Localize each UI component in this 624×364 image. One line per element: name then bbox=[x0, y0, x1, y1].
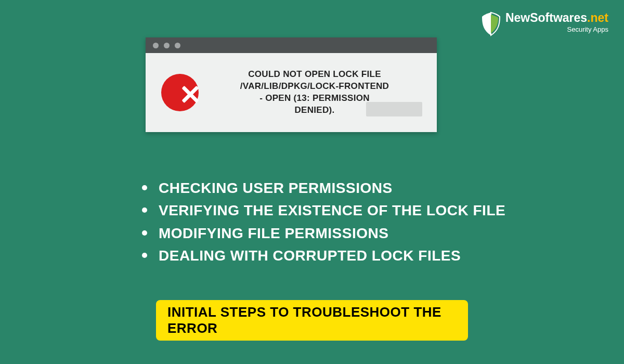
dialog-body: COULD NOT OPEN LOCK FILE /VAR/LIB/DPKG/L… bbox=[146, 53, 437, 132]
error-line: DENIED). bbox=[294, 105, 334, 115]
error-x-icon bbox=[161, 74, 199, 111]
brand-name: NewSoftwares.net bbox=[505, 11, 608, 24]
troubleshooting-steps-list: CHECKING USER PERMISSIONS VERIFYING THE … bbox=[138, 177, 505, 267]
footer-title-banner: INITIAL STEPS TO TROUBLESHOOT THE ERROR bbox=[156, 300, 468, 341]
brand-name-accent: .net bbox=[587, 11, 608, 24]
list-item: DEALING WITH CORRUPTED LOCK FILES bbox=[138, 244, 505, 267]
error-line: /VAR/LIB/DPKG/LOCK-FRONTEND bbox=[240, 81, 389, 91]
brand-logo: NewSoftwares.net Security Apps bbox=[480, 11, 608, 36]
titlebar-dot-icon bbox=[164, 43, 170, 48]
brand-name-main: NewSoftwares bbox=[505, 11, 587, 24]
list-item: CHECKING USER PERMISSIONS bbox=[138, 177, 505, 199]
brand-logo-icon bbox=[480, 11, 501, 36]
brand-logo-text: NewSoftwares.net Security Apps bbox=[505, 11, 608, 33]
titlebar-dot-icon bbox=[175, 43, 180, 48]
window-titlebar bbox=[146, 37, 437, 53]
list-item: MODIFYING FILE PERMISSIONS bbox=[138, 222, 505, 244]
dialog-ok-button[interactable] bbox=[366, 102, 422, 116]
footer-title-text: INITIAL STEPS TO TROUBLESHOOT THE ERROR bbox=[167, 304, 441, 336]
brand-subtitle: Security Apps bbox=[567, 25, 609, 33]
list-item: VERIFYING THE EXISTENCE OF THE LOCK FILE bbox=[138, 199, 505, 222]
error-line: - OPEN (13: PERMISSION bbox=[259, 93, 370, 103]
error-line: COULD NOT OPEN LOCK FILE bbox=[248, 69, 381, 79]
error-dialog-window: COULD NOT OPEN LOCK FILE /VAR/LIB/DPKG/L… bbox=[146, 37, 437, 132]
titlebar-dot-icon bbox=[153, 43, 159, 48]
